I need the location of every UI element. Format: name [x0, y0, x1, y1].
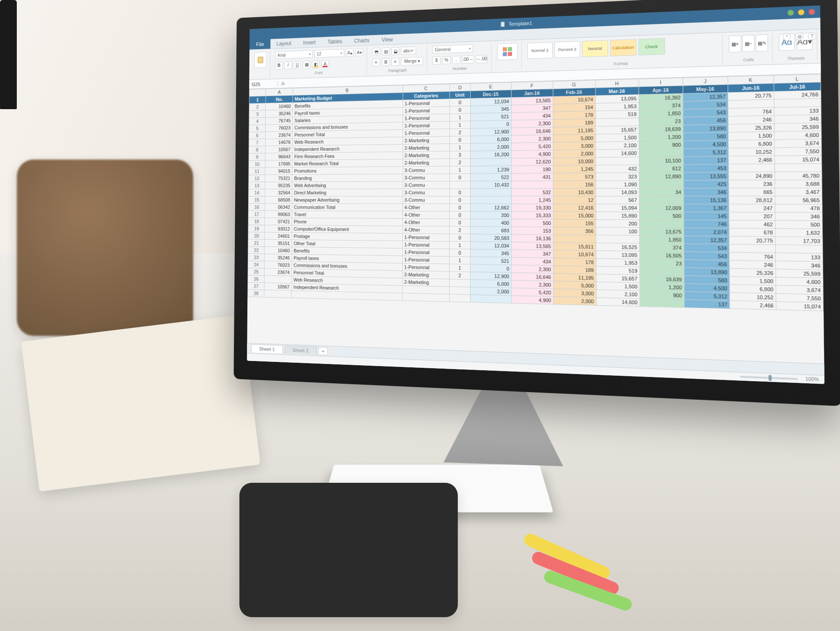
cell[interactable]: 1,500 — [730, 276, 776, 285]
cell[interactable]: 15,074 — [776, 301, 823, 311]
cell[interactable] — [402, 293, 449, 302]
row-header-21[interactable]: 21 — [248, 239, 265, 247]
cell[interactable]: 500 — [639, 212, 684, 220]
cell[interactable]: 683 — [470, 226, 512, 234]
cell[interactable]: 2-Marketing — [403, 136, 450, 144]
cell[interactable]: 14,600 — [596, 149, 639, 157]
cell[interactable]: 1,245 — [511, 196, 553, 204]
cell[interactable]: 746 — [684, 220, 729, 228]
row-header-4[interactable]: 4 — [249, 118, 266, 125]
cell[interactable]: 25,599 — [774, 123, 821, 131]
cell[interactable] — [639, 220, 684, 228]
align-bottom-button[interactable]: ⬓ — [391, 47, 399, 55]
row-header-15[interactable]: 15 — [249, 196, 265, 203]
cell[interactable]: 4,500 — [683, 140, 729, 149]
cell[interactable]: 23674 — [265, 131, 292, 139]
cell[interactable]: 519 — [596, 266, 640, 275]
cell[interactable] — [470, 158, 512, 166]
font-size-select[interactable]: 12 — [315, 49, 344, 58]
cell[interactable]: 76745 — [266, 117, 293, 124]
cell-style-check[interactable]: Check — [638, 38, 665, 55]
cell-style-percent-2[interactable]: Percent 2 — [554, 41, 580, 58]
cell[interactable]: 4-Other — [402, 226, 449, 234]
cell[interactable]: 500 — [775, 220, 823, 229]
cell[interactable]: 28,812 — [729, 196, 775, 204]
cell[interactable]: 12,357 — [684, 236, 729, 244]
cell[interactable]: 0 — [449, 204, 470, 211]
cell[interactable] — [596, 157, 639, 165]
cell[interactable]: 2,100 — [596, 141, 639, 150]
cell[interactable]: 17,703 — [775, 237, 823, 245]
hdr-Jan-16[interactable]: Jan-16 — [511, 89, 553, 97]
cell[interactable]: 2,300 — [511, 265, 553, 273]
cell[interactable]: 1,632 — [775, 228, 823, 237]
cell[interactable]: 6,000 — [470, 280, 512, 288]
cell[interactable] — [596, 118, 639, 126]
cell[interactable]: 1,200 — [639, 133, 683, 141]
cell[interactable]: 15,074 — [774, 155, 822, 164]
cell[interactable]: 15,611 — [553, 242, 596, 251]
cell[interactable]: 5,000 — [553, 134, 596, 143]
cell[interactable]: 2,300 — [512, 280, 554, 289]
cell[interactable]: 19,330 — [511, 204, 553, 211]
cell[interactable]: 10567 — [265, 283, 291, 291]
cell[interactable] — [774, 163, 822, 172]
cell[interactable]: 189 — [553, 119, 595, 127]
cell[interactable]: 3,674 — [776, 285, 823, 295]
cell-style-normal-2[interactable]: Normal 2 — [527, 42, 552, 59]
row-header-1[interactable]: 1 — [249, 96, 266, 104]
cell[interactable]: 14,600 — [596, 298, 640, 306]
cell[interactable]: 10,252 — [730, 293, 776, 302]
menu-view[interactable]: View — [375, 34, 399, 45]
ribbon-collapse-button[interactable]: ˄ — [782, 33, 791, 41]
window-close-button[interactable] — [808, 9, 815, 15]
cell[interactable]: 25,326 — [728, 123, 774, 132]
cell[interactable]: 156 — [553, 181, 596, 189]
cell[interactable]: 2-Marketing — [402, 159, 449, 167]
cell[interactable]: 580 — [683, 132, 728, 141]
row-header-20[interactable]: 20 — [248, 232, 265, 240]
cell[interactable]: 2,300 — [511, 135, 553, 143]
cell[interactable]: 10,100 — [639, 157, 683, 165]
cell[interactable]: 2 — [449, 128, 470, 136]
cell[interactable]: 4-Other — [402, 204, 449, 211]
cell[interactable]: 12,620 — [511, 158, 553, 166]
hdr-May-16[interactable]: May-16 — [683, 84, 728, 93]
column-header-A[interactable]: A — [266, 88, 293, 96]
cell[interactable]: Computer/Office Equipment — [292, 225, 402, 233]
cell[interactable]: 7,550 — [776, 293, 823, 303]
cell[interactable]: 1-Personnal — [403, 121, 450, 130]
cell[interactable]: 236 — [729, 180, 775, 188]
format-cells-button[interactable]: ▦✎ — [756, 34, 768, 52]
cell[interactable]: 0 — [449, 234, 470, 241]
row-header-10[interactable]: 10 — [249, 160, 265, 168]
row-header-2[interactable]: 2 — [249, 103, 266, 111]
cell[interactable]: 6,000 — [470, 135, 511, 143]
cell[interactable]: 0 — [449, 189, 470, 196]
settings-icon[interactable]: ⚙ — [795, 33, 803, 41]
decrease-font-button[interactable]: A▾ — [355, 48, 363, 56]
cell[interactable]: 434 — [511, 112, 553, 120]
cell[interactable]: 56,965 — [775, 196, 822, 204]
cell[interactable] — [449, 287, 470, 295]
cell[interactable]: 567 — [596, 196, 639, 204]
cell[interactable]: 900 — [640, 291, 684, 299]
cell[interactable]: 1,953 — [596, 102, 639, 111]
font-name-select[interactable]: Arial — [275, 50, 313, 59]
cell[interactable]: 16,136 — [511, 234, 553, 242]
cell[interactable]: 5,312 — [683, 148, 729, 157]
conditional-formatting-button[interactable] — [497, 43, 517, 60]
cell[interactable]: 374 — [639, 243, 684, 252]
cell[interactable] — [470, 189, 512, 196]
cell[interactable]: 1,850 — [639, 109, 683, 118]
cell[interactable] — [729, 244, 775, 253]
cell[interactable]: 346 — [774, 115, 821, 123]
cell-style-calculation[interactable]: Calculation — [610, 39, 636, 56]
percent-button[interactable]: % — [442, 56, 450, 64]
cell[interactable] — [640, 267, 684, 276]
cell[interactable]: 3,688 — [775, 180, 822, 188]
cell[interactable]: 16,200 — [470, 151, 512, 159]
row-header-5[interactable]: 5 — [249, 125, 266, 132]
cell[interactable]: 3-Commu — [402, 166, 449, 174]
cell[interactable]: 1-Personnal — [402, 233, 449, 241]
